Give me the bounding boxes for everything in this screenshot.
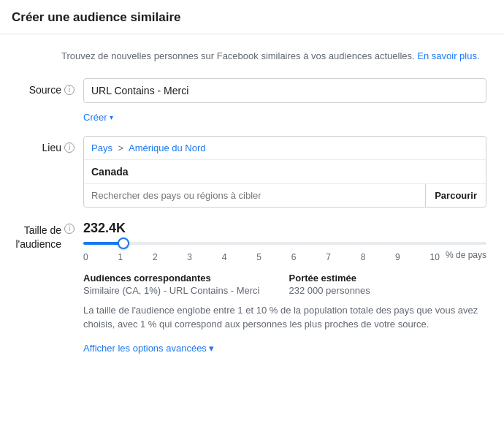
slider-thumb[interactable]: [118, 237, 129, 249]
slider-track: [83, 242, 486, 245]
audience-label: Taille de l'audience i: [18, 221, 83, 252]
location-browse-button[interactable]: Parcourir: [425, 184, 486, 207]
description-text: Trouvez de nouvelles personnes sur Faceb…: [18, 49, 486, 64]
breadcrumb-separator: >: [118, 142, 124, 153]
matching-audiences-label: Audiences correspondantes: [83, 273, 260, 284]
slider-percent-label: % de pays: [446, 250, 486, 260]
estimated-reach-value: 232 000 personnes: [289, 285, 370, 296]
location-search-row: Parcourir: [84, 184, 486, 207]
source-label: Source i: [18, 78, 83, 96]
location-search-input[interactable]: [84, 184, 425, 207]
matching-audiences-block: Audiences correspondantes Similaire (CA,…: [83, 273, 260, 296]
audience-value: 232.4K: [83, 221, 486, 236]
location-selected-country: Canada: [84, 160, 486, 184]
audience-row: Taille de l'audience i 232.4K 0: [18, 221, 486, 354]
slider-tick-6: 6: [291, 252, 297, 262]
location-breadcrumb-dest[interactable]: Amérique du Nord: [129, 142, 206, 153]
page-header: Créer une audience similaire: [0, 0, 504, 34]
audience-content: 232.4K 0 1 2 3 4 5: [83, 221, 486, 354]
audience-info-text: La taille de l'audience englobe entre 1 …: [83, 303, 486, 332]
source-content: Créer ▾: [83, 78, 486, 123]
slider-tick-1: 1: [118, 252, 123, 262]
slider-tick-7: 7: [326, 252, 331, 262]
slider-tick-4: 4: [222, 252, 227, 262]
page-title: Créer une audience similaire: [12, 10, 181, 24]
audience-info-icon[interactable]: i: [64, 224, 75, 234]
slider-labels: 0 1 2 3 4 5 6 7 8 9 10: [83, 252, 440, 262]
location-box: Pays > Amérique du Nord Canada Parcourir: [83, 136, 486, 208]
learn-more-link[interactable]: En savoir plus.: [417, 50, 479, 61]
estimated-reach-label: Portée estimée: [289, 273, 370, 284]
source-row: Source i Créer ▾: [18, 78, 486, 123]
slider-tick-9: 9: [395, 252, 400, 262]
slider-tick-0: 0: [83, 252, 88, 262]
location-breadcrumb-link[interactable]: Pays: [91, 142, 112, 153]
audience-slider-container: [83, 242, 486, 245]
creer-link[interactable]: Créer ▾: [83, 112, 113, 123]
location-info-icon[interactable]: i: [64, 142, 75, 153]
audience-section: Taille de l'audience i 232.4K 0: [18, 221, 486, 354]
estimated-reach-block: Portée estimée 232 000 personnes: [289, 273, 370, 296]
advanced-chevron-icon: ▾: [209, 343, 214, 354]
source-input[interactable]: [83, 78, 486, 103]
slider-tick-8: 8: [361, 252, 366, 262]
source-info-icon[interactable]: i: [64, 85, 75, 95]
slider-tick-3: 3: [187, 252, 192, 262]
location-label: Lieu i: [18, 136, 83, 153]
matching-audiences-value: Similaire (CA, 1%) - URL Contains - Merc…: [83, 285, 260, 296]
location-row: Lieu i Pays > Amérique du Nord Canada Pa…: [18, 136, 486, 208]
location-content: Pays > Amérique du Nord Canada Parcourir: [83, 136, 486, 208]
location-breadcrumb: Pays > Amérique du Nord: [84, 137, 486, 160]
creer-chevron-icon: ▾: [110, 113, 113, 121]
advanced-options-link[interactable]: Afficher les options avancées ▾: [83, 343, 214, 354]
stats-row: Audiences correspondantes Similaire (CA,…: [83, 273, 486, 296]
slider-tick-2: 2: [153, 252, 158, 262]
slider-tick-5: 5: [256, 252, 261, 262]
slider-tick-10: 10: [430, 252, 440, 262]
